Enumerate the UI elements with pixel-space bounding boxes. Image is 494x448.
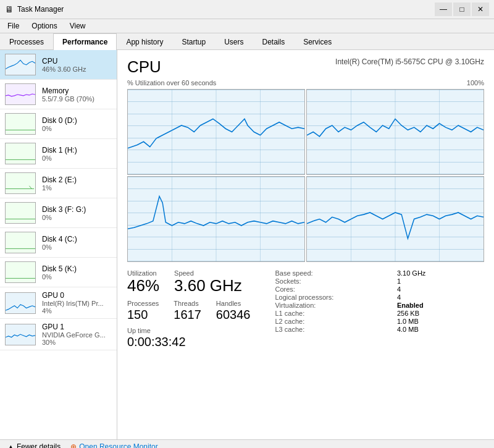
menu-bar: File Options View [0,19,494,33]
sockets-val: 1 [397,277,484,285]
sidebar-item-disk1[interactable]: Disk 1 (H:) 0% [0,139,117,169]
l2-key: L2 cache: [275,318,391,325]
cpu-chart-1 [127,89,305,175]
disk3-sidebar-val: 0% [42,214,86,221]
disk3-sidebar-name: Disk 3 (F: G:) [42,205,86,214]
cpu-chart-2 [306,89,484,175]
open-resource-monitor-item[interactable]: ⊕ Open Resource Monitor [70,442,157,448]
processes-label: Processes [127,300,159,307]
disk4-sidebar-info: Disk 4 (C:) 0% [42,235,77,251]
open-resource-monitor-label: Open Resource Monitor [79,442,157,448]
tab-app-history[interactable]: App history [117,33,172,50]
tab-processes[interactable]: Processes [0,33,53,50]
gpu0-sidebar-name: GPU 0 [42,291,104,300]
l3-val: 4.0 MB [397,326,484,333]
sidebar-item-disk0[interactable]: Disk 0 (D:) 0% [0,109,117,139]
tab-details[interactable]: Details [253,33,294,50]
disk0-sidebar-info: Disk 0 (D:) 0% [42,116,77,132]
gpu0-sidebar-val: Intel(R) Iris(TM) Pr... [42,300,104,307]
svg-rect-0 [6,54,35,75]
sidebar-item-disk2[interactable]: Disk 2 (E:) 1% [0,169,117,198]
sockets-key: Sockets: [275,277,391,285]
minimize-button[interactable]: — [435,2,452,16]
uptime-label: Up time [127,327,186,334]
resource-monitor-icon: ⊕ [70,442,77,448]
close-button[interactable]: ✕ [472,2,489,16]
gpu0-sidebar-pct: 4% [42,307,104,315]
cpu-header: CPU Intel(R) Core(TM) i5-5675C CPU @ 3.1… [127,57,484,77]
disk2-thumbnail [5,172,36,194]
svg-rect-15 [6,293,35,313]
gpu0-thumbnail [5,292,36,314]
memory-thumbnail [5,83,36,105]
menu-view[interactable]: View [67,20,88,32]
gpu1-sidebar-info: GPU 1 NVIDIA GeForce G... 30% [42,323,106,346]
footer: ▲ Fewer details ⊕ Open Resource Monitor [0,439,494,448]
sidebar-item-disk5[interactable]: Disk 5 (K:) 0% [0,258,117,287]
menu-file[interactable]: File [5,20,22,32]
maximize-button[interactable]: □ [453,2,471,16]
tab-users[interactable]: Users [215,33,253,50]
proc-thread-handles-row: Processes 150 Threads 1617 Handles 60346 [127,300,250,322]
tab-performance[interactable]: Performance [53,33,117,50]
cpu-chart-4 [306,176,484,262]
cpu-title: CPU [127,57,161,77]
virt-val: Enabled [397,302,484,309]
cpu-sidebar-val: 46% 3.60 GHz [42,66,86,73]
sidebar-item-disk4[interactable]: Disk 4 (C:) 0% [0,228,117,258]
tab-startup[interactable]: Startup [172,33,215,50]
bottom-section: Utilization 46% Speed 3.60 GHz Processes… [127,269,484,354]
base-speed-key: Base speed: [275,269,391,277]
cpu-sidebar-name: CPU [42,57,86,66]
disk0-sidebar-name: Disk 0 (D:) [42,116,77,125]
disk0-sidebar-val: 0% [42,125,77,132]
sidebar-item-disk3[interactable]: Disk 3 (F: G:) 0% [0,198,117,228]
right-details: Base speed: 3.10 GHz Sockets: 1 Cores: 4… [275,269,484,354]
disk4-sidebar-name: Disk 4 (C:) [42,235,77,243]
processes-stat: Processes 150 [127,300,159,322]
content-area: CPU Intel(R) Core(TM) i5-5675C CPU @ 3.1… [117,50,494,439]
svg-rect-2 [6,114,35,134]
disk2-sidebar-info: Disk 2 (E:) 1% [42,175,77,192]
handles-label: Handles [216,300,251,307]
disk1-sidebar-val: 0% [42,154,77,162]
cpu-details-table: Base speed: 3.10 GHz Sockets: 1 Cores: 4… [275,269,484,333]
menu-options[interactable]: Options [29,20,59,32]
gpu0-sidebar-info: GPU 0 Intel(R) Iris(TM) Pr... 4% [42,291,104,315]
memory-sidebar-val: 5.5/7.9 GB (70%) [42,95,94,103]
logical-val: 4 [397,294,484,301]
svg-rect-13 [6,262,35,282]
disk2-sidebar-name: Disk 2 (E:) [42,175,77,184]
speed-stat: Speed 3.60 GHz [174,269,242,295]
disk4-thumbnail [5,232,36,253]
fewer-details-item[interactable]: ▲ Fewer details [7,442,61,448]
sidebar-item-cpu[interactable]: CPU 46% 3.60 GHz [0,50,117,80]
disk1-sidebar-name: Disk 1 (H:) [42,146,77,154]
cpu-charts-grid [127,89,484,262]
window-title: Task Manager [17,5,64,14]
cores-val: 4 [397,285,484,293]
disk3-sidebar-info: Disk 3 (F: G:) 0% [42,205,86,221]
l3-key: L3 cache: [275,326,391,333]
logical-key: Logical processors: [275,294,391,301]
svg-rect-6 [6,173,35,193]
cpu-chart-3 [127,176,305,262]
sidebar-item-gpu0[interactable]: GPU 0 Intel(R) Iris(TM) Pr... 4% [0,287,117,319]
sidebar-item-memory[interactable]: Memory 5.5/7.9 GB (70%) [0,80,117,109]
main-content: CPU 46% 3.60 GHz Memory 5.5/7.9 GB (70%) [0,50,494,439]
tab-services[interactable]: Services [294,33,341,50]
app-icon: 🖥 [5,4,14,14]
disk3-thumbnail [5,202,36,224]
base-speed-val: 3.10 GHz [397,269,484,277]
memory-sidebar-name: Memory [42,87,94,95]
gpu1-sidebar-pct: 30% [42,339,106,346]
utilization-speed-row: Utilization 46% Speed 3.60 GHz [127,269,250,295]
cpu-sidebar-info: CPU 46% 3.60 GHz [42,57,86,73]
chart-label-text: % Utilization over 60 seconds [127,79,216,87]
sidebar-item-gpu1[interactable]: GPU 1 NVIDIA GeForce G... 30% [0,319,117,350]
svg-rect-9 [6,203,35,223]
uptime-row: Up time 0:00:33:42 [127,327,250,349]
speed-value: 3.60 GHz [174,277,242,295]
utilization-stat: Utilization 46% [127,269,159,295]
disk5-thumbnail [5,261,36,283]
